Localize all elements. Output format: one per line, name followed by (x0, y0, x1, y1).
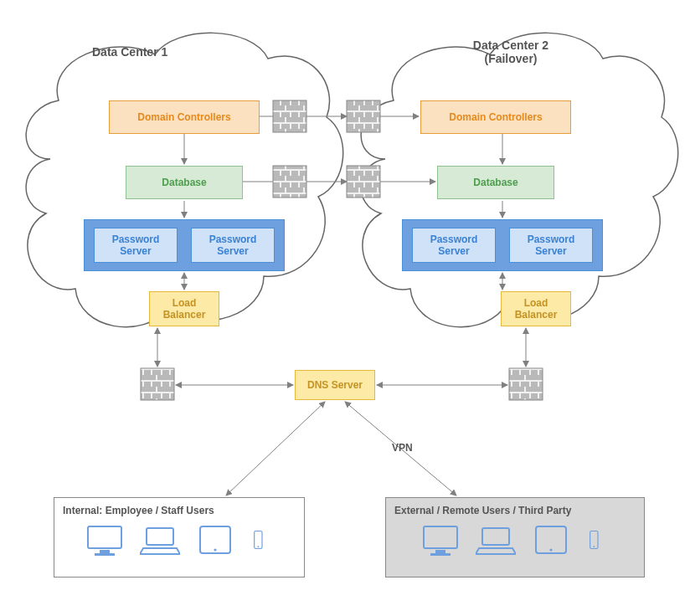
dc2-domain-controllers: Domain Controllers (420, 100, 571, 134)
dc2-database: Database (437, 166, 554, 199)
dc1-load-balancer: Load Balancer (149, 291, 219, 326)
svg-rect-11 (509, 368, 543, 400)
svg-rect-33 (147, 528, 173, 545)
svg-rect-30 (88, 526, 121, 548)
dc2-load-balancer: Load Balancer (501, 291, 571, 326)
svg-rect-32 (95, 553, 115, 556)
svg-point-43 (549, 548, 552, 551)
svg-rect-41 (482, 528, 509, 545)
dc1-password-server-2: Password Server (191, 228, 275, 263)
tablet-icon (195, 523, 235, 557)
dc1-title: Data Center 1 (92, 45, 167, 59)
svg-point-45 (593, 546, 595, 547)
svg-rect-31 (100, 550, 110, 553)
svg-rect-6 (273, 100, 306, 132)
svg-rect-38 (424, 526, 457, 548)
svg-rect-8 (273, 166, 306, 198)
laptop-icon (476, 523, 516, 557)
dc1-domain-controllers: Domain Controllers (109, 100, 260, 134)
phone-icon (586, 523, 610, 557)
phone-icon (250, 523, 274, 557)
external-users: External / Remote Users / Third Party (385, 497, 645, 578)
svg-rect-9 (347, 166, 380, 198)
dc2-password-server-1: Password Server (412, 228, 496, 263)
svg-rect-39 (435, 550, 445, 553)
dns-server: DNS Server (295, 370, 375, 400)
dc2-password-server-2: Password Server (509, 228, 593, 263)
svg-point-35 (214, 548, 216, 551)
svg-rect-10 (141, 368, 174, 400)
dc2-title: Data Center 2(Failover) (452, 38, 569, 65)
svg-line-28 (226, 402, 325, 495)
vpn-label: VPN (392, 442, 413, 454)
svg-rect-40 (430, 553, 451, 556)
internal-users: Internal: Employee / Staff Users (54, 497, 305, 578)
external-users-label: External / Remote Users / Third Party (394, 505, 636, 516)
dc1-database: Database (126, 166, 243, 199)
dc1-password-server-1: Password Server (94, 228, 178, 263)
tablet-icon (531, 523, 571, 557)
laptop-icon (140, 523, 180, 557)
internal-users-label: Internal: Employee / Staff Users (63, 505, 296, 516)
device-row (394, 523, 636, 557)
diagram-root: Data Center 1 Data Center 2(Failover) Do… (0, 0, 690, 616)
monitor-icon (420, 523, 461, 557)
svg-rect-7 (347, 100, 380, 132)
device-row (63, 523, 296, 557)
monitor-icon (85, 523, 125, 557)
svg-point-37 (257, 546, 259, 547)
